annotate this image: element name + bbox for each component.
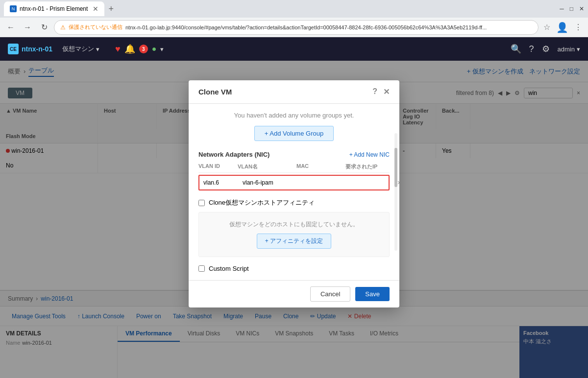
modal-footer: Cancel Save [189, 280, 399, 307]
circle-icon[interactable]: ● [152, 45, 157, 53]
app-logo: CE ntnx-n-01 [8, 44, 52, 54]
search-icon[interactable]: 🔍 [511, 44, 521, 54]
address-bar[interactable]: ⚠ 保護されていない通信 ntnx-n-01.go-lab.jp:9440/co… [54, 20, 539, 35]
user-avatar-icon[interactable]: 👤 [554, 20, 570, 35]
modal-close-icon[interactable]: ✕ [383, 87, 390, 96]
save-button[interactable]: Save [355, 287, 390, 301]
volume-groups-msg: You haven't added any volume groups yet. [198, 112, 390, 119]
tab-title: ntnx-n-01 - Prism Element [20, 5, 88, 12]
nic-vlan-id: vlan.6 [201, 179, 241, 186]
nic-col-vlan-name: VLAN名 [238, 163, 296, 170]
close-icon[interactable]: ✕ [579, 5, 584, 12]
user-menu[interactable]: admin ▾ [558, 46, 580, 53]
modal-scrollbar-track [394, 133, 397, 251]
modal-overlay: Clone VM ? ✕ You haven't added any volum… [0, 61, 588, 378]
nic-vlan-name: vlan-6-ipam [241, 179, 299, 186]
minimize-icon[interactable]: ─ [560, 5, 564, 12]
modal-body: You haven't added any volume groups yet.… [189, 104, 399, 280]
clone-affinity-checkbox[interactable] [198, 200, 205, 206]
modal-header: Clone VM ? ✕ [189, 80, 399, 104]
tab-favicon: N [10, 5, 17, 12]
app-header: CE ntnx-n-01 仮想マシン ▾ ♥ 🔔 3 ● ▾ 🔍 ? ⚙ adm… [0, 37, 588, 61]
main-content: 概要 › テーブル + 仮想マシンを作成 ネットワーク設定 VM filtere… [0, 61, 588, 378]
browser-titlebar: N ntnx-n-01 - Prism Element ✕ + ─ □ ✕ [0, 0, 588, 18]
nic-col-mac: MAC [296, 163, 345, 170]
modal-help-icon[interactable]: ? [372, 87, 377, 96]
custom-script-section: Custom Script [198, 265, 390, 272]
set-affinity-button[interactable]: + アフィニティを設定 [257, 234, 331, 249]
browser-tab[interactable]: N ntnx-n-01 - Prism Element ✕ [4, 1, 104, 16]
security-warning-icon: ⚠ [60, 24, 66, 31]
settings-icon[interactable]: ⚙ [542, 44, 550, 54]
maximize-icon[interactable]: □ [570, 5, 573, 12]
nic-col-vlan-id: VLAN ID [198, 163, 238, 170]
nic-delete-icon[interactable]: × [397, 179, 399, 187]
forward-button[interactable]: → [21, 21, 34, 34]
heart-icon[interactable]: ♥ [115, 44, 121, 54]
modal-title: Clone VM [198, 88, 232, 96]
status-icons: ♥ 🔔 3 ● ▾ [115, 44, 164, 54]
alert-icon[interactable]: 🔔 [124, 44, 135, 54]
app-name: ntnx-n-01 [22, 45, 52, 53]
affinity-section: 仮想マシンをどのホストにも固定していません。 + アフィニティを設定 [198, 212, 390, 257]
window-controls: ─ □ ✕ [560, 5, 584, 12]
nic-col-requested-ip: 要求されたIP [345, 163, 394, 170]
bookmark-icon[interactable]: ☆ [541, 21, 552, 34]
browser-toolbar-icons: ☆ 👤 ⋮ [541, 20, 584, 35]
url-text: ntnx-n-01.go-lab.jp:9440/console/#page/v… [125, 24, 487, 30]
menu-icon[interactable]: ⋮ [572, 21, 584, 34]
tab-close-icon[interactable]: ✕ [93, 5, 98, 13]
cancel-button[interactable]: Cancel [310, 286, 350, 302]
browser-toolbar: ← → ↻ ⚠ 保護されていない通信 ntnx-n-01.go-lab.jp:9… [0, 18, 588, 37]
nic-section-title: Network Adapters (NIC) + Add New NIC [198, 151, 390, 158]
refresh-button[interactable]: ↻ [37, 21, 51, 34]
nav-vms[interactable]: 仮想マシン ▾ [58, 37, 103, 61]
add-new-nic-button[interactable]: + Add New NIC [349, 151, 390, 158]
nic-table-header: VLAN ID VLAN名 MAC 要求されたIP [198, 163, 390, 173]
affinity-msg: 仮想マシンをどのホストにも固定していません。 [207, 220, 381, 229]
help-icon[interactable]: ? [529, 44, 534, 54]
back-button[interactable]: ← [4, 21, 18, 34]
header-right: 🔍 ? ⚙ admin ▾ [511, 44, 580, 54]
clone-affinity: Clone仮想マシンホストアフィニティ [198, 198, 390, 207]
nic-table-row: vlan.6 vlan-6-ipam × [198, 175, 390, 190]
clone-affinity-label: Clone仮想マシンホストアフィニティ [209, 198, 315, 207]
modal-header-icons: ? ✕ [372, 87, 390, 96]
logo-box: CE [8, 44, 19, 54]
clone-vm-modal: Clone VM ? ✕ You haven't added any volum… [189, 80, 399, 307]
new-tab-button[interactable]: + [108, 4, 114, 14]
security-warning-text: 保護されていない通信 [69, 24, 122, 31]
custom-script-checkbox[interactable] [198, 265, 205, 272]
modal-scrollbar-thumb[interactable] [394, 148, 397, 187]
add-volume-group-button[interactable]: + Add Volume Group [254, 126, 334, 141]
alert-badge: 3 [139, 45, 148, 53]
custom-script-label: Custom Script [209, 265, 249, 272]
